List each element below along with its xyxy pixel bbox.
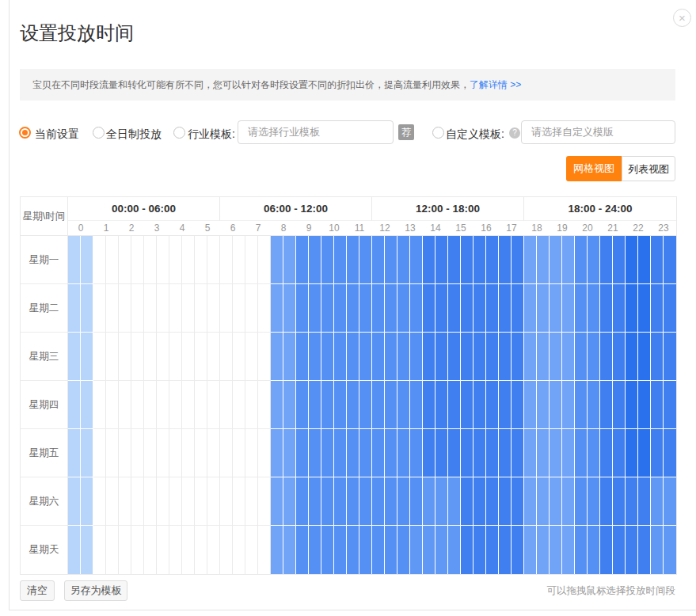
schedule-cell[interactable] — [664, 381, 676, 429]
schedule-cell[interactable] — [524, 429, 537, 477]
schedule-cell[interactable] — [600, 381, 613, 429]
schedule-cell[interactable] — [131, 526, 144, 574]
schedule-cell[interactable] — [448, 526, 461, 574]
schedule-cell[interactable] — [372, 381, 385, 429]
schedule-cell[interactable] — [245, 526, 258, 574]
schedule-cell[interactable] — [334, 333, 347, 381]
schedule-cell[interactable] — [169, 333, 182, 381]
schedule-cell[interactable] — [537, 429, 550, 477]
schedule-cell[interactable] — [220, 477, 233, 526]
schedule-cell[interactable] — [651, 284, 664, 333]
schedule-cell[interactable] — [271, 236, 283, 284]
schedule-cell[interactable] — [359, 429, 372, 477]
schedule-cell[interactable] — [575, 526, 588, 574]
schedule-cell[interactable] — [334, 381, 347, 429]
schedule-cell[interactable] — [537, 284, 550, 333]
schedule-cell[interactable] — [309, 284, 321, 333]
schedule-cell[interactable] — [296, 333, 309, 381]
schedule-cell[interactable] — [626, 526, 638, 574]
schedule-cell[interactable] — [461, 236, 474, 284]
schedule-cell[interactable] — [195, 477, 207, 526]
schedule-cell[interactable] — [207, 477, 220, 526]
schedule-cell[interactable] — [144, 236, 157, 284]
schedule-cell[interactable] — [93, 284, 106, 333]
schedule-cell[interactable] — [588, 429, 600, 477]
schedule-cell[interactable] — [562, 381, 575, 429]
schedule-cell[interactable] — [81, 526, 93, 574]
schedule-cell[interactable] — [233, 526, 245, 574]
save-as-template-button[interactable]: 另存为模板 — [64, 580, 127, 601]
schedule-cell[interactable] — [93, 381, 106, 429]
schedule-cell[interactable] — [271, 284, 283, 333]
schedule-cell[interactable] — [575, 236, 588, 284]
schedule-cell[interactable] — [613, 236, 626, 284]
schedule-cell[interactable] — [385, 526, 397, 574]
schedule-cell[interactable] — [512, 333, 524, 381]
schedule-cell[interactable] — [600, 236, 613, 284]
schedule-cell[interactable] — [397, 526, 410, 574]
schedule-cell[interactable] — [499, 477, 512, 526]
schedule-cell[interactable] — [474, 381, 486, 429]
schedule-cell[interactable] — [119, 429, 131, 477]
schedule-cell[interactable] — [144, 284, 157, 333]
schedule-cell[interactable] — [233, 429, 245, 477]
schedule-cell[interactable] — [182, 284, 195, 333]
schedule-cell[interactable] — [461, 381, 474, 429]
schedule-cell[interactable] — [372, 284, 385, 333]
schedule-cell[interactable] — [448, 477, 461, 526]
schedule-cell[interactable] — [169, 284, 182, 333]
schedule-cell[interactable] — [423, 526, 435, 574]
schedule-cell[interactable] — [81, 284, 93, 333]
schedule-cell[interactable] — [550, 526, 562, 574]
schedule-cell[interactable] — [562, 429, 575, 477]
schedule-cell[interactable] — [233, 477, 245, 526]
schedule-cell[interactable] — [169, 236, 182, 284]
schedule-cell[interactable] — [486, 381, 499, 429]
schedule-cell[interactable] — [296, 236, 309, 284]
schedule-cell[interactable] — [499, 284, 512, 333]
schedule-cell[interactable] — [119, 477, 131, 526]
schedule-cell[interactable] — [435, 381, 448, 429]
schedule-cell[interactable] — [651, 333, 664, 381]
schedule-cell[interactable] — [664, 333, 676, 381]
schedule-cell[interactable] — [550, 333, 562, 381]
schedule-cell[interactable] — [131, 381, 144, 429]
schedule-cell[interactable] — [664, 526, 676, 574]
schedule-cell[interactable] — [435, 477, 448, 526]
grid-view-button[interactable]: 网格视图 — [566, 156, 622, 181]
schedule-cell[interactable] — [575, 284, 588, 333]
schedule-cell[interactable] — [207, 381, 220, 429]
schedule-cell[interactable] — [397, 381, 410, 429]
schedule-cell[interactable] — [144, 477, 157, 526]
schedule-cell[interactable] — [562, 236, 575, 284]
schedule-cell[interactable] — [106, 236, 119, 284]
schedule-cell[interactable] — [410, 381, 423, 429]
schedule-cell[interactable] — [283, 429, 296, 477]
schedule-cell[interactable] — [334, 284, 347, 333]
help-icon[interactable]: ? — [509, 127, 520, 139]
schedule-cell[interactable] — [575, 429, 588, 477]
schedule-cell[interactable] — [68, 236, 81, 284]
schedule-cell[interactable] — [600, 429, 613, 477]
schedule-cell[interactable] — [423, 477, 435, 526]
schedule-cell[interactable] — [410, 477, 423, 526]
schedule-cell[interactable] — [575, 477, 588, 526]
schedule-cell[interactable] — [258, 284, 271, 333]
schedule-cell[interactable] — [195, 429, 207, 477]
schedule-cell[interactable] — [474, 526, 486, 574]
schedule-cell[interactable] — [195, 284, 207, 333]
schedule-cell[interactable] — [144, 333, 157, 381]
schedule-cell[interactable] — [626, 333, 638, 381]
radio-custom-template[interactable] — [432, 127, 444, 139]
schedule-cell[interactable] — [486, 429, 499, 477]
radio-custom-template-label[interactable]: 自定义模板: — [446, 127, 504, 140]
schedule-cell[interactable] — [461, 333, 474, 381]
schedule-cell[interactable] — [81, 429, 93, 477]
schedule-cell[interactable] — [613, 526, 626, 574]
schedule-cell[interactable] — [524, 236, 537, 284]
schedule-cell[interactable] — [638, 477, 651, 526]
schedule-cell[interactable] — [638, 333, 651, 381]
schedule-cell[interactable] — [474, 284, 486, 333]
clear-button[interactable]: 清空 — [20, 580, 55, 601]
schedule-cell[interactable] — [296, 381, 309, 429]
